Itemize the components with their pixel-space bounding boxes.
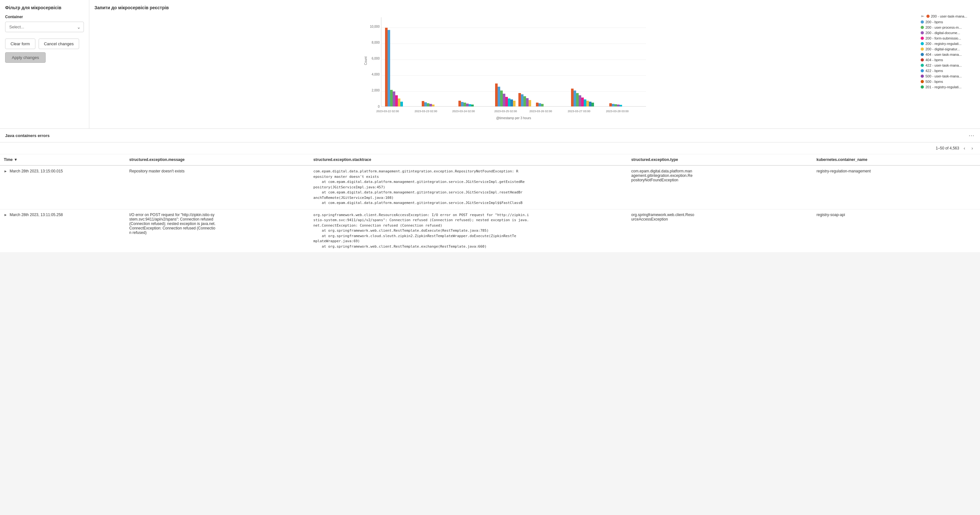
svg-rect-42	[523, 96, 526, 106]
svg-rect-60	[617, 105, 619, 106]
col-header-message: structured.exception.message	[126, 154, 309, 165]
legend-arrow-icon	[921, 14, 925, 19]
legend-item-10: 422 - user-task-mana...	[921, 63, 975, 67]
errors-table: Time ▼ structured.exception.message stru…	[0, 154, 980, 253]
legend-item-7: 200 - digital-signatur...	[921, 47, 975, 51]
col-header-time[interactable]: Time ▼	[0, 154, 126, 165]
row-container-1: registry-regulation-management	[813, 165, 980, 209]
svg-rect-25	[432, 105, 434, 106]
legend-label-13: 500 - bpms	[926, 80, 943, 84]
prev-page-button[interactable]: ‹	[962, 145, 967, 151]
svg-rect-30	[469, 104, 471, 106]
legend-label-14: 201 - registry-regulati...	[926, 85, 961, 89]
svg-rect-16	[390, 90, 393, 106]
legend-item-13: 500 - bpms	[921, 80, 975, 84]
legend-dot-10	[921, 64, 924, 67]
legend-item-11: 422 - bpms	[921, 69, 975, 73]
chart-title: Запити до мікросервісів реєстрів	[94, 5, 975, 10]
svg-rect-55	[589, 101, 592, 106]
svg-rect-27	[461, 102, 463, 106]
svg-rect-15	[388, 30, 390, 106]
legend-label-11: 422 - bpms	[926, 69, 943, 73]
row-expand-2[interactable]: ►	[4, 213, 9, 217]
svg-rect-34	[500, 90, 503, 106]
svg-rect-14	[385, 28, 388, 106]
container-select[interactable]: Select...	[5, 22, 84, 32]
cancel-changes-button[interactable]: Cancel changes	[38, 38, 79, 49]
section-header: Java containers errors ⋯	[0, 129, 980, 143]
svg-text:2023-03-27 03:00: 2023-03-27 03:00	[568, 109, 590, 113]
legend-dot-2	[921, 21, 924, 24]
next-page-button[interactable]: ›	[969, 145, 975, 151]
legend-dot-1	[926, 15, 930, 18]
legend-dot-11	[921, 69, 924, 72]
svg-rect-44	[528, 100, 531, 106]
filter-panel: Фільтр для мікросервісів Container Selec…	[0, 0, 89, 128]
svg-text:0: 0	[378, 105, 380, 108]
legend-label-4: 200 - digital-docume...	[926, 31, 960, 35]
table-row: ► March 28th 2023, 13:15:00.015 Reposito…	[0, 165, 980, 209]
svg-rect-32	[495, 84, 498, 106]
svg-text:2023-03-23 02:00: 2023-03-23 02:00	[414, 109, 437, 113]
legend-label-10: 422 - user-task-mana...	[926, 63, 962, 67]
svg-text:Count: Count	[364, 56, 368, 65]
svg-rect-50	[576, 93, 579, 106]
errors-section: Java containers errors ⋯ 1–50 of 4,563 ‹…	[0, 129, 980, 253]
svg-rect-31	[471, 105, 474, 106]
svg-rect-59	[614, 104, 617, 106]
legend-item-4: 200 - digital-docume...	[921, 31, 975, 35]
svg-rect-37	[508, 98, 511, 106]
legend-label-7: 200 - digital-signatur...	[926, 47, 960, 51]
svg-text:2023-03-25 02:00: 2023-03-25 02:00	[494, 109, 517, 113]
table-row: ► March 28th 2023, 13:11:05.258 I/O erro…	[0, 209, 980, 253]
svg-rect-20	[400, 101, 403, 106]
svg-rect-39	[513, 101, 515, 106]
svg-rect-36	[505, 97, 508, 106]
menu-dots-icon[interactable]: ⋯	[969, 132, 975, 139]
legend-item-3: 200 - user-process-m...	[921, 25, 975, 29]
table-body: ► March 28th 2023, 13:15:00.015 Reposito…	[0, 165, 980, 253]
pagination-row: 1–50 of 4,563 ‹ ›	[0, 143, 980, 154]
svg-rect-54	[586, 101, 589, 106]
button-row: Clear form Cancel changes Apply changes	[5, 38, 84, 63]
svg-text:10,000: 10,000	[370, 25, 380, 29]
legend-item-2: 200 - bpms	[921, 20, 975, 24]
svg-rect-53	[584, 100, 586, 106]
svg-rect-45	[536, 103, 538, 106]
svg-rect-49	[574, 90, 576, 106]
legend-dot-4	[921, 31, 924, 35]
legend-label-6: 200 - registry-regulati...	[926, 42, 961, 46]
container-label: Container	[5, 15, 84, 19]
svg-text:8,000: 8,000	[372, 41, 380, 44]
svg-rect-22	[424, 102, 427, 106]
svg-rect-29	[466, 104, 469, 106]
svg-text:6,000: 6,000	[372, 57, 380, 60]
apply-changes-button[interactable]: Apply changes	[5, 52, 46, 63]
legend-item-6: 200 - registry-regulati...	[921, 42, 975, 46]
row-time-1: March 28th 2023, 13:15:00.015	[10, 169, 63, 173]
legend-label-3: 200 - user-process-m...	[926, 25, 962, 29]
legend-label-8: 404 - user-task-mana...	[926, 52, 962, 56]
chart-area: 0 2,000 4,000 6,000 8,000 10,000 Count	[94, 14, 975, 123]
row-time-2: March 28th 2023, 13:11:05.258	[10, 212, 63, 217]
svg-rect-38	[511, 100, 513, 106]
legend-dot-9	[921, 58, 924, 62]
svg-rect-61	[619, 105, 622, 106]
svg-text:2023-03-26 02:00: 2023-03-26 02:00	[529, 109, 552, 113]
svg-text:2,000: 2,000	[372, 89, 380, 92]
legend-dot-8	[921, 53, 924, 56]
row-expand-1[interactable]: ►	[4, 169, 9, 173]
legend-label-12: 500 - user-task-mana...	[926, 74, 962, 78]
svg-rect-35	[503, 94, 505, 106]
clear-form-button[interactable]: Clear form	[5, 38, 35, 49]
legend-dot-13	[921, 80, 924, 83]
svg-rect-21	[422, 101, 424, 106]
chart-legend: 200 - user-task-mana... 200 - bpms 200 -…	[921, 14, 975, 123]
legend-item-12: 500 - user-task-mana...	[921, 74, 975, 78]
legend-dot-14	[921, 86, 924, 89]
legend-dot-6	[921, 42, 924, 45]
row-type-2: org.springframework.web.client.Reso urce…	[627, 209, 813, 253]
svg-rect-24	[430, 104, 432, 106]
legend-item-8: 404 - user-task-mana...	[921, 52, 975, 56]
section-title: Java containers errors	[5, 133, 49, 138]
